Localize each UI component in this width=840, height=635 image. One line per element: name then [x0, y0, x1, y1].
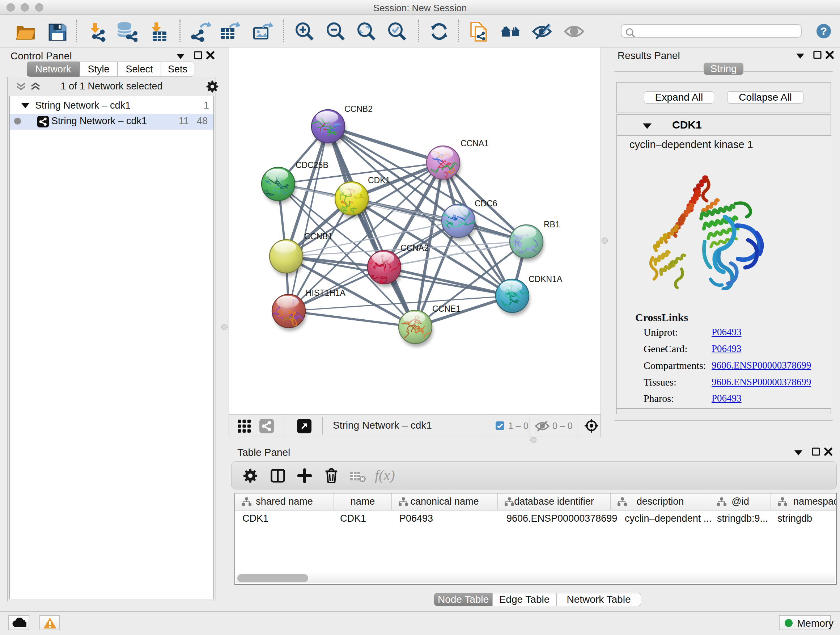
svg-text:RB1: RB1	[544, 220, 560, 229]
svg-text:CCNB1: CCNB1	[304, 232, 332, 241]
svg-text:CCNA2: CCNA2	[401, 243, 429, 253]
svg-text:CDK1: CDK1	[368, 176, 390, 185]
svg-text:CDC25B: CDC25B	[295, 160, 328, 170]
svg-text:CDC6: CDC6	[475, 199, 497, 208]
svg-text:CCNB2: CCNB2	[344, 104, 373, 114]
svg-text:CDKN1A: CDKN1A	[529, 274, 562, 284]
svg-text:CCNE1: CCNE1	[432, 304, 461, 314]
svg-text:CCNA1: CCNA1	[461, 139, 489, 148]
svg-text:HIST1H1A: HIST1H1A	[306, 288, 346, 298]
